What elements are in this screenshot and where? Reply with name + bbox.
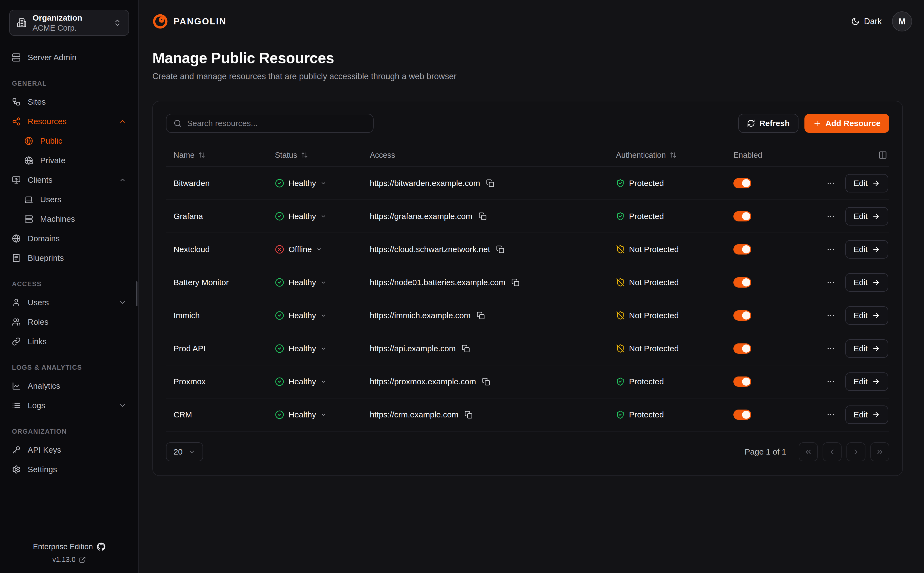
column-header-access: Access xyxy=(370,151,616,160)
edit-button[interactable]: Edit xyxy=(846,339,888,358)
status-label: Healthy xyxy=(288,377,316,386)
search-input[interactable] xyxy=(187,119,366,128)
sidebar-item-resources[interactable]: Resources xyxy=(0,112,138,131)
sidebar-item-domains[interactable]: Domains xyxy=(0,229,138,248)
row-menu-button[interactable] xyxy=(826,278,835,287)
refresh-button[interactable]: Refresh xyxy=(738,114,799,133)
next-page-button[interactable] xyxy=(846,442,865,461)
column-header-status[interactable]: Status xyxy=(275,151,370,160)
status-select[interactable]: Healthy xyxy=(275,377,370,386)
sidebar-item-settings[interactable]: Settings xyxy=(0,460,138,479)
globe-icon xyxy=(12,234,20,243)
copy-url-button[interactable] xyxy=(496,245,504,254)
copy-url-button[interactable] xyxy=(486,179,494,187)
ellipsis-icon xyxy=(826,212,835,221)
enabled-toggle[interactable] xyxy=(733,343,751,354)
enabled-toggle[interactable] xyxy=(733,277,751,288)
copy-url-button[interactable] xyxy=(462,344,470,353)
sidebar-item-machines[interactable]: Machines xyxy=(16,209,138,229)
status-select[interactable]: Healthy xyxy=(275,410,370,419)
sidebar-item-roles[interactable]: Roles xyxy=(0,312,138,332)
sidebar-item-analytics[interactable]: Analytics xyxy=(0,376,138,396)
github-icon[interactable] xyxy=(97,542,105,551)
copy-url-button[interactable] xyxy=(464,411,473,419)
resource-url[interactable]: https://bitwarden.example.com xyxy=(370,178,480,188)
org-switcher[interactable]: Organization ACME Corp. xyxy=(9,10,129,36)
resource-url[interactable]: https://grafana.example.com xyxy=(370,212,473,221)
sidebar-item-server-admin[interactable]: Server Admin xyxy=(0,48,138,67)
resource-url[interactable]: https://immich.example.com xyxy=(370,311,471,320)
chevron-up-icon xyxy=(119,117,126,125)
edit-button[interactable]: Edit xyxy=(846,207,888,225)
sidebar-item-users[interactable]: Users xyxy=(0,293,138,312)
enabled-toggle[interactable] xyxy=(733,178,751,188)
row-menu-button[interactable] xyxy=(826,245,835,254)
moon-icon xyxy=(851,17,860,26)
edit-button[interactable]: Edit xyxy=(846,405,888,424)
first-page-button[interactable] xyxy=(799,442,818,461)
edit-button[interactable]: Edit xyxy=(846,306,888,325)
external-link-icon[interactable] xyxy=(79,556,86,563)
sidebar-item-sites[interactable]: Sites xyxy=(0,92,138,112)
copy-url-button[interactable] xyxy=(479,212,487,220)
authentication-cell: Not Protected xyxy=(616,344,733,353)
last-page-button[interactable] xyxy=(870,442,889,461)
enabled-toggle[interactable] xyxy=(733,211,751,221)
copy-url-button[interactable] xyxy=(477,312,485,319)
sidebar-item-client-users[interactable]: Users xyxy=(16,190,138,209)
sidebar: Organization ACME Corp. Server Admin GEN… xyxy=(0,0,139,573)
sidebar-item-logs[interactable]: Logs xyxy=(0,396,138,415)
row-menu-button[interactable] xyxy=(826,212,835,221)
enabled-toggle[interactable] xyxy=(733,310,751,321)
add-resource-button[interactable]: Add Resource xyxy=(805,114,889,133)
copy-url-button[interactable] xyxy=(511,279,520,286)
sidebar-item-links[interactable]: Links xyxy=(0,332,138,351)
resource-url[interactable]: https://proxmox.example.com xyxy=(370,377,476,386)
sidebar-item-clients[interactable]: Clients xyxy=(0,170,138,190)
column-header-authentication[interactable]: Authentication xyxy=(616,151,733,160)
edit-button[interactable]: Edit xyxy=(846,373,888,391)
sidebar-item-private[interactable]: Private xyxy=(16,151,138,170)
resource-url[interactable]: https://crm.example.com xyxy=(370,410,459,419)
sidebar-scrollbar[interactable] xyxy=(136,281,138,306)
row-menu-button[interactable] xyxy=(826,410,835,419)
status-select[interactable]: Offline xyxy=(275,245,370,254)
edit-button[interactable]: Edit xyxy=(846,174,888,193)
actions-cell: Edit xyxy=(808,373,889,391)
resource-url[interactable]: https://api.example.com xyxy=(370,344,456,353)
sidebar-item-public[interactable]: Public xyxy=(16,131,138,151)
resource-url[interactable]: https://cloud.schwartznetwork.net xyxy=(370,245,490,254)
copy-url-button[interactable] xyxy=(482,377,490,386)
edit-button[interactable]: Edit xyxy=(846,273,888,292)
page-size-select[interactable]: 20 xyxy=(166,442,203,461)
circle-check-icon xyxy=(275,344,284,353)
status-select[interactable]: Healthy xyxy=(275,344,370,353)
shield-check-icon xyxy=(616,212,625,221)
row-menu-button[interactable] xyxy=(826,311,835,320)
circle-check-icon xyxy=(275,278,284,287)
resource-url[interactable]: https://node01.batteries.example.com xyxy=(370,278,505,287)
status-select[interactable]: Healthy xyxy=(275,212,370,221)
status-select[interactable]: Healthy xyxy=(275,178,370,188)
theme-toggle-button[interactable]: Dark xyxy=(851,17,882,26)
previous-page-button[interactable] xyxy=(822,442,842,461)
status-label: Healthy xyxy=(288,311,316,320)
column-header-name[interactable]: Name xyxy=(174,151,275,160)
enabled-toggle[interactable] xyxy=(733,244,751,255)
enabled-toggle[interactable] xyxy=(733,376,751,387)
chevron-down-icon xyxy=(321,213,326,219)
user-avatar[interactable]: M xyxy=(892,11,912,31)
columns-view-icon[interactable] xyxy=(879,151,887,160)
ellipsis-icon xyxy=(826,410,835,419)
sidebar-item-api-keys[interactable]: API Keys xyxy=(0,440,138,460)
status-select[interactable]: Healthy xyxy=(275,278,370,287)
row-menu-button[interactable] xyxy=(826,179,835,188)
chevron-down-icon xyxy=(321,412,326,418)
brand[interactable]: PANGOLIN xyxy=(152,14,227,29)
sidebar-item-blueprints[interactable]: Blueprints xyxy=(0,248,138,268)
status-select[interactable]: Healthy xyxy=(275,311,370,320)
row-menu-button[interactable] xyxy=(826,344,835,353)
edit-button[interactable]: Edit xyxy=(846,240,888,258)
row-menu-button[interactable] xyxy=(826,377,835,386)
enabled-toggle[interactable] xyxy=(733,410,751,420)
